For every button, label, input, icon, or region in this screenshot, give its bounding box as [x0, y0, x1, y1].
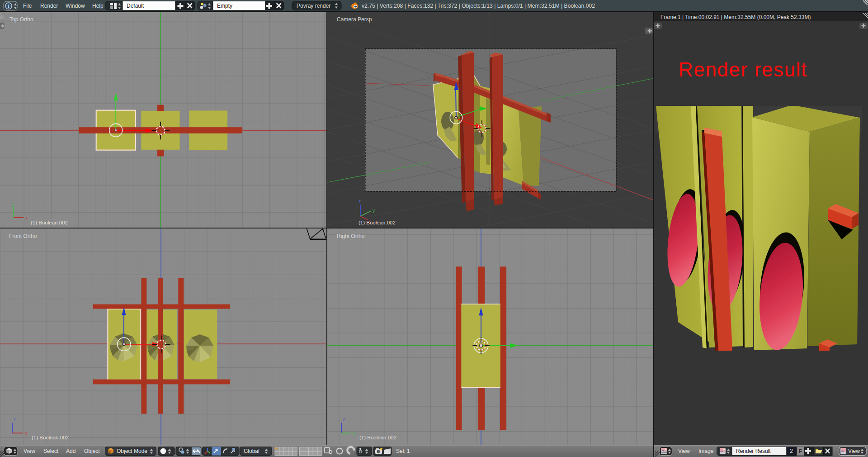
svg-text:Povray render: Povray render — [297, 3, 330, 9]
svg-text:Front Ortho: Front Ortho — [9, 233, 37, 239]
svg-text:z: z — [14, 417, 16, 422]
svg-text:(1) Boolean.002: (1) Boolean.002 — [359, 220, 396, 225]
svg-text:y: y — [373, 208, 375, 213]
svg-text:Object Mode: Object Mode — [117, 448, 147, 454]
svg-text:Help: Help — [92, 3, 104, 9]
svg-text:Window: Window — [66, 3, 85, 9]
svg-text:v2.75 | Verts:208 | Faces:132: v2.75 | Verts:208 | Faces:132 | Tris:372… — [362, 3, 595, 9]
svg-text:i: i — [8, 3, 9, 9]
svg-text:Object: Object — [84, 448, 100, 454]
svg-text:2: 2 — [790, 448, 793, 454]
svg-text:(1) Boolean.002: (1) Boolean.002 — [32, 435, 69, 440]
svg-text:File: File — [23, 3, 32, 9]
svg-text:View: View — [678, 448, 690, 454]
svg-text:x: x — [25, 430, 28, 436]
svg-text:Right Ortho: Right Ortho — [337, 233, 365, 239]
svg-text:Empty: Empty — [217, 3, 232, 9]
svg-text:Select: Select — [43, 448, 59, 454]
svg-text:Image: Image — [698, 448, 714, 454]
svg-text:View: View — [848, 448, 860, 454]
svg-text:y: y — [12, 201, 14, 207]
svg-text:z: z — [343, 417, 345, 422]
svg-text:Render: Render — [40, 3, 58, 9]
svg-text:Camera Persp: Camera Persp — [337, 16, 372, 23]
svg-text:(1) Boolean.002: (1) Boolean.002 — [31, 220, 68, 225]
svg-text:Global: Global — [244, 448, 259, 454]
svg-text:Sel: 1: Sel: 1 — [396, 448, 410, 454]
svg-text:F: F — [799, 448, 802, 454]
svg-text:Render Result: Render Result — [736, 448, 771, 454]
svg-text:x: x — [25, 215, 28, 220]
svg-text:Add: Add — [66, 448, 75, 454]
svg-text:(1) Boolean.002: (1) Boolean.002 — [359, 435, 396, 440]
svg-text:Top Ortho: Top Ortho — [9, 16, 33, 23]
svg-text:View: View — [24, 448, 35, 454]
svg-text:y: y — [353, 430, 356, 436]
svg-text:z: z — [359, 199, 361, 204]
svg-text:Default: Default — [127, 3, 144, 9]
